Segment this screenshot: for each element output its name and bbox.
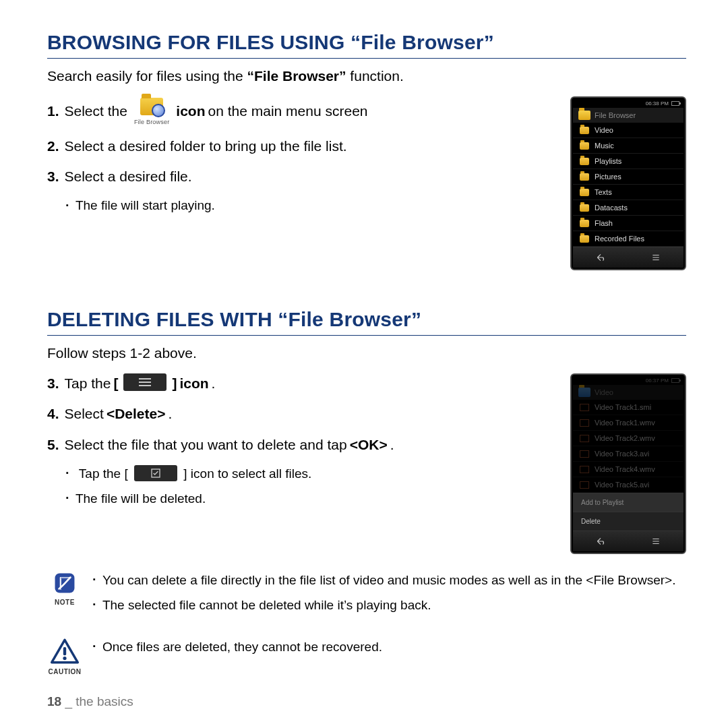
list-item: Recorded Files [573,231,684,247]
list-item: Video Track5.avi [573,477,684,493]
list-item: Texts [573,185,684,200]
video-file-icon [580,450,589,458]
del-step5-pre: Select the file that you want to delete … [65,435,347,454]
back-icon [595,537,606,546]
note-label: NOTE [47,599,82,606]
video-file-icon [580,435,589,442]
menu-item-delete: Delete [573,512,684,530]
caution-label: CAUTION [47,668,82,675]
folder-icon [580,220,589,227]
step3-sub: The file will start playing. [66,197,557,215]
step1: 1. Select the File Browser icon on the m… [47,96,557,125]
list-item: Video Track1.wmv [573,415,684,431]
footer-sep: _ [61,694,75,708]
page-footer: 18 _ the basics [47,694,133,709]
video-file-icon [580,481,589,489]
list-item: Video Track3.avi [573,446,684,462]
caution-callout: CAUTION Once files are deleted, they can… [47,638,686,675]
file-browser-icon: File Browser [134,98,169,127]
menu-icon [650,537,661,546]
del-step3: 3. Tap the [ ] icon. [47,373,557,393]
section1-title: BROWSING FOR FILES USING “File Browser” [47,31,686,59]
menu-icon [650,253,661,262]
del-step3-pre: Tap the [65,373,111,393]
list-item: Datacasts [573,200,684,216]
device1-title: File Browser [595,111,636,119]
device2-time: 06:37 PM [646,377,669,384]
folder-icon [580,235,589,243]
list-item: Playlists [573,154,684,169]
step3-text: Select a desired file. [65,166,192,186]
folder-icon [580,189,589,196]
svg-rect-2 [63,647,66,655]
folder-icon [580,173,589,181]
folder-icon [580,204,589,212]
del-step4: 4. Select <Delete>. [47,404,557,423]
page-number: 18 [47,694,61,708]
video-file-icon [580,404,589,411]
menu-item-add-playlist: Add to Playlist [573,493,684,512]
device-screenshot-1: 06:38 PM File Browser Video Music Playli… [570,96,686,270]
del-step5-sub1: Tap the [ ] icon to select all files. [66,465,557,483]
step1-pre: Select the [65,101,127,121]
folder-icon [580,158,589,165]
section2-intro: Follow steps 1-2 above. [47,345,686,361]
file-browser-icon-label: File Browser [134,118,169,127]
step3: 3. Select a desired file. [47,166,557,186]
del-step3-post: icon [179,373,208,393]
step1-post: on the main menu screen [208,101,368,121]
intro-post: function. [346,68,404,84]
note-bullet-2: The selected file cannot be deleted whil… [93,597,686,615]
section1-intro: Search easily for files using the “File … [47,68,686,84]
list-item: Flash [573,216,684,231]
video-file-icon [580,466,589,473]
video-folder-icon [578,388,590,397]
folder-icon [580,127,589,134]
svg-point-3 [63,657,66,660]
del-step5: 5. Select the file that you want to dele… [47,435,557,454]
step1-bold: icon [176,101,205,121]
video-file-icon [580,419,589,427]
note-callout: NOTE You can delete a file directly in t… [47,572,686,621]
back-icon [595,253,606,262]
list-item: Video Track1.smi [573,400,684,415]
del-step5-sub2: The file will be deleted. [66,490,557,508]
del-step5-bold: <OK> [350,435,388,454]
step2: 2. Select a desired folder to bring up t… [47,136,557,156]
battery-icon [671,101,679,106]
list-item: Pictures [573,169,684,185]
list-item: Music [573,138,684,154]
chapter-name: the basics [75,694,133,708]
list-item: Video Track2.wmv [573,431,684,446]
device-screenshot-2: 06:37 PM Video Video Track1.smi Video Tr… [570,373,686,554]
menu-button-icon [123,373,166,391]
context-menu: Add to Playlist Delete [573,493,684,530]
folder-icon [580,142,589,150]
del-step4-pre: Select [65,404,104,423]
caution-icon [51,638,79,664]
note-bullet-1: You can delete a file directly in the fi… [93,572,686,590]
intro-bold: “File Browser” [247,68,346,84]
folder-search-icon [578,111,590,120]
device2-title: Video [595,388,613,396]
caution-bullet-1: Once files are deleted, they cannot be r… [93,638,686,657]
list-item: Video [573,123,684,138]
list-item: Video Track4.wmv [573,462,684,477]
note-icon [53,572,76,595]
select-all-icon [134,465,177,481]
del-step4-bold: <Delete> [107,404,166,423]
section2-title: DELETING FILES WITH “File Browser” [47,308,686,336]
device1-time: 06:38 PM [646,100,669,107]
battery-icon [671,378,679,383]
step2-text: Select a desired folder to bring up the … [65,136,347,156]
intro-pre: Search easily for files using the [47,68,247,84]
